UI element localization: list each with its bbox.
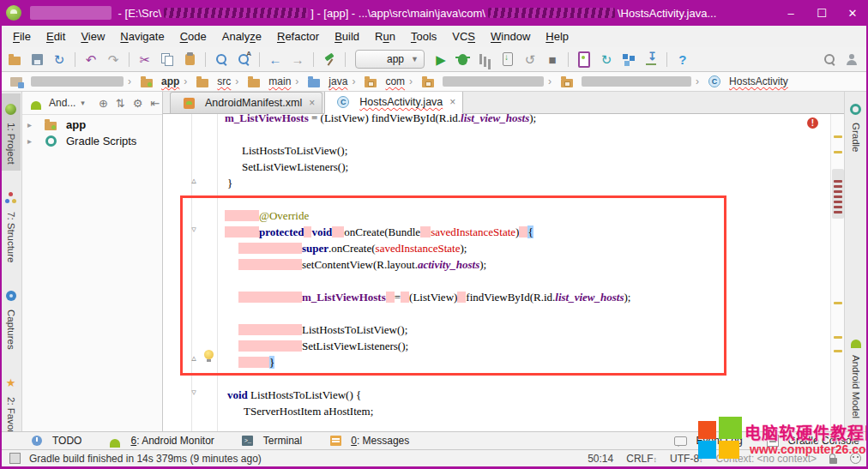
hide-panel-icon[interactable]: ⇤ [150,97,160,110]
code-line[interactable]: } [163,354,830,370]
toolwindow-button-todo[interactable]: TODO [26,431,81,450]
undo-icon[interactable]: ↶ [81,50,100,69]
coverage-icon[interactable] [476,50,495,69]
stripe-mark[interactable] [834,201,842,203]
close-button[interactable]: ✕ [837,0,868,26]
toolwindow-tab----structure[interactable]: 7: Structure [1,183,21,268]
toolwindow-button-gradle-console[interactable]: Gradle Console [762,431,859,450]
code-line[interactable] [163,126,830,142]
messages-icon[interactable] [326,431,345,450]
menu-build[interactable]: Build [327,27,367,45]
stripe-mark[interactable] [834,135,842,138]
help-icon[interactable]: ? [673,50,692,69]
paste-icon[interactable] [180,50,199,69]
run-configuration-select[interactable]: app▼ [355,50,425,69]
code-line[interactable]: TServerHostItem aHostItem; [163,403,830,419]
crumb-java[interactable]: java [300,72,350,91]
sdk-download-icon[interactable] [642,50,660,69]
collapse-all-icon[interactable]: ⇅ [116,97,125,110]
code-line[interactable]: ListHostsToListView(); [163,322,830,338]
menu-help[interactable]: Help [538,27,576,45]
class-icon[interactable]: C [334,93,353,111]
code-line[interactable]: SetListViewListeners(); [163,338,830,354]
stripe-mark[interactable] [834,185,842,188]
close-tab-icon[interactable]: × [309,97,315,109]
folderapp-icon[interactable] [137,72,156,91]
expand-arrow-icon[interactable]: ▸ [27,136,35,146]
minimize-button[interactable]: – [775,0,806,26]
code-line[interactable]: void ListHostsToListView() { [163,387,830,403]
gradle-sync-icon[interactable]: ↻ [597,50,616,69]
crumb-project[interactable] [3,72,126,91]
fold-marker-icon[interactable]: ▵ [189,352,199,363]
bubble-icon[interactable] [672,431,690,450]
context-widget[interactable]: Context: <no context> [716,453,817,465]
toolwindow-tab----favorites[interactable]: ★2: Favorites [1,368,21,431]
code-line[interactable] [163,370,830,387]
search-everywhere-icon[interactable] [820,50,839,69]
crumb-package-2[interactable] [553,72,694,91]
code-line[interactable]: protected void onCreate(Bundle savedInst… [163,224,830,240]
maximize-button[interactable]: ☐ [806,0,837,26]
stripe-mark[interactable] [834,302,842,304]
toolwindow-tab-android-model[interactable]: Android Model [846,326,865,424]
find-in-path-icon[interactable]: A [234,50,253,69]
open-icon[interactable] [5,50,24,69]
menu-refactor[interactable]: Refactor [269,27,327,45]
back-icon[interactable]: ← [266,50,285,69]
package-icon[interactable] [419,72,437,91]
toolwindow-button-6-android-monitor[interactable]: 6: Android Monitor [104,431,214,450]
chevron-down-icon[interactable]: ▾ [81,99,85,107]
crumb-src[interactable]: src [189,72,233,91]
copy-icon[interactable] [158,50,177,69]
code-line[interactable]: } [163,175,830,191]
editor-tab-hostsactivity-java[interactable]: CHostsActivity.java× [324,92,463,114]
code-line[interactable] [163,191,830,207]
stripe-mark[interactable] [834,350,842,352]
crumb-package-1[interactable] [414,72,546,91]
attach-debugger-icon[interactable] [498,50,517,69]
menu-edit[interactable]: Edit [39,27,73,45]
folderblue-icon[interactable] [304,72,323,91]
structure-icon[interactable] [2,189,21,207]
code-line[interactable]: @Override [163,207,830,224]
toolwindow-tab-gradle[interactable]: Gradle [846,93,865,159]
folder-icon[interactable] [193,72,212,91]
package-icon[interactable] [558,72,576,91]
stripe-mark[interactable] [834,180,842,183]
project-icon[interactable] [7,72,26,91]
close-tab-icon[interactable]: × [449,96,455,108]
code-line[interactable]: ListHostsToListView(); [163,142,830,159]
run-config-android-icon[interactable] [363,50,382,69]
caret-position[interactable]: 50:14 [588,453,613,465]
menu-view[interactable]: View [73,27,112,45]
code-line[interactable] [163,273,830,289]
menu-tools[interactable]: Tools [403,27,444,45]
stripe-mark[interactable] [834,190,842,193]
menu-window[interactable]: Window [483,27,538,45]
projectview-icon[interactable] [2,99,21,118]
toolwindow-button-event-log[interactable]: Event Log [670,431,743,450]
fold-marker-icon[interactable]: ▿ [189,387,199,397]
code-editor[interactable]: m_ListViewHosts = (ListView) findViewByI… [163,114,830,431]
manifest-icon[interactable] [179,93,198,112]
code-line[interactable]: super.onCreate(savedInstanceState); [163,240,830,256]
toolwindow-button-0-messages[interactable]: 0: Messages [324,431,409,450]
code-line[interactable]: SetListViewListeners(); [163,159,830,175]
redo-icon[interactable]: ↷ [104,50,123,69]
fold-marker-icon[interactable]: ▵ [189,175,199,185]
package-icon[interactable] [361,72,380,91]
unlock-icon[interactable] [829,458,837,464]
tree-node-app[interactable]: ▸app [22,117,162,133]
gradle-icon[interactable] [847,99,865,118]
run-icon[interactable]: ▶ [431,50,450,69]
view-selector[interactable]: And... [49,97,75,109]
save-all-icon[interactable] [27,50,46,69]
code-line[interactable]: m_ListViewHosts = (ListView) findViewByI… [163,289,830,305]
terminal-icon[interactable]: >_ [238,431,257,450]
locate-icon[interactable]: ⊕ [99,97,108,110]
avd-manager-icon[interactable] [575,50,594,69]
stop-icon[interactable]: ■ [543,50,562,69]
toolwindow-tab----project[interactable]: 1: Project [1,93,21,171]
hector-inspection-icon[interactable] [850,453,861,464]
